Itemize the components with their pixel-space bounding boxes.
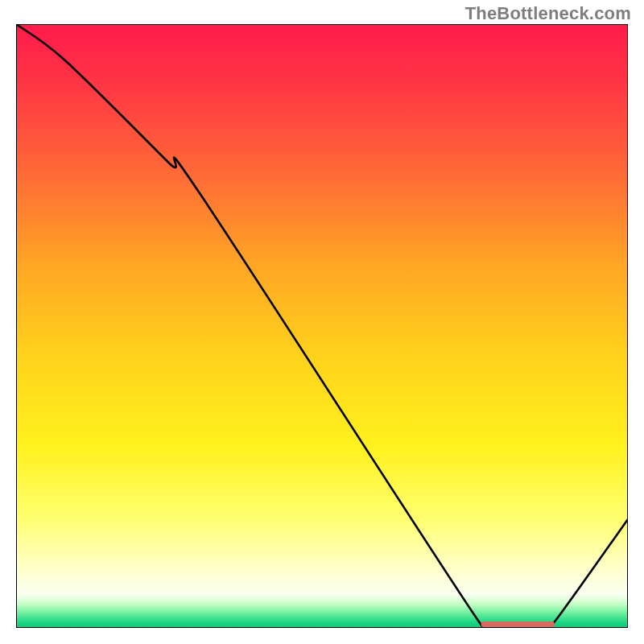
chart-svg — [16, 24, 628, 628]
plot-area — [16, 24, 628, 628]
attribution-text: TheBottleneck.com — [465, 3, 631, 24]
gradient-background — [16, 24, 628, 628]
optimal-range-marker — [481, 621, 555, 627]
chart-container: TheBottleneck.com — [0, 0, 644, 644]
